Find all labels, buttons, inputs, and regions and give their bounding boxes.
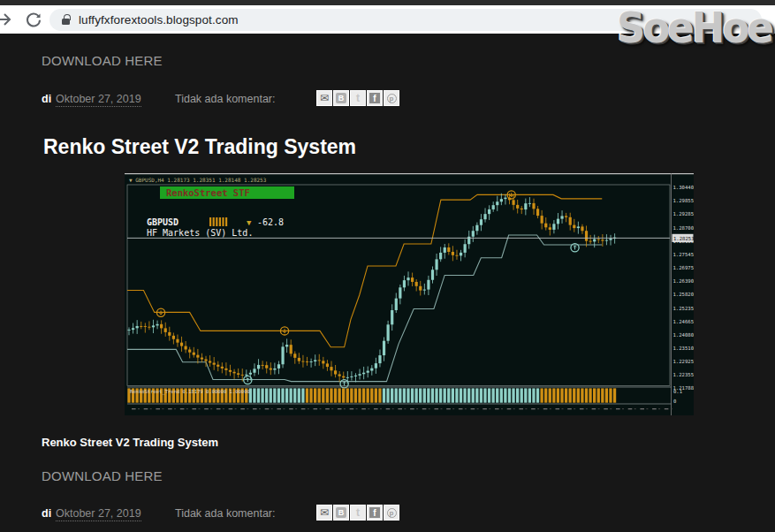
symbol-label: GBPUSD xyxy=(147,217,179,227)
facebook-icon[interactable]: f xyxy=(367,90,383,106)
down-arrow-icon: ▼ xyxy=(247,218,252,227)
post-meta-top: di Oktober 27, 2019 Tidak ada komentar: … xyxy=(42,90,740,108)
pinterest-icon[interactable]: p xyxy=(384,90,399,106)
svg-text:1.25235: 1.25235 xyxy=(673,306,695,311)
mt4-title-bar: ▼ GBPUSD,H4 1.28173 1.28351 1.28148 1.28… xyxy=(129,177,267,183)
comments-link[interactable]: Tidak ada komentar: xyxy=(175,93,275,105)
svg-text:1.24080: 1.24080 xyxy=(673,332,695,338)
svg-text:1.27545: 1.27545 xyxy=(673,252,695,257)
pinterest-icon[interactable]: p xyxy=(384,505,399,521)
spread-value: -62.8 xyxy=(257,217,284,227)
svg-text:1.28700: 1.28700 xyxy=(673,225,695,231)
svg-text:1.22355: 1.22355 xyxy=(673,372,695,377)
svg-text:1.28253: 1.28253 xyxy=(673,236,694,241)
svg-text:0: 0 xyxy=(673,399,676,404)
svg-text:1.26390: 1.26390 xyxy=(673,278,695,284)
email-icon[interactable]: ✉ xyxy=(316,90,332,106)
download-link-top[interactable]: DOWNLOAD HERE xyxy=(42,53,163,68)
comments-link[interactable]: Tidak ada komentar: xyxy=(175,507,275,520)
share-buttons: ✉Btfp xyxy=(316,505,400,521)
byline-prefix: di xyxy=(42,93,51,105)
spread-bars-icon xyxy=(222,217,224,226)
post-date-link[interactable]: Oktober 27, 2019 xyxy=(56,507,141,521)
svg-text:0.1: 0.1 xyxy=(673,389,682,394)
broker-label: HF Markets (SV) Ltd. xyxy=(147,228,253,238)
post-meta-bottom: di Oktober 27, 2019 Tidak ada komentar: … xyxy=(42,505,740,522)
svg-text:1.30440: 1.30440 xyxy=(673,185,695,190)
svg-text:1.25820: 1.25820 xyxy=(673,292,695,297)
mt4-chart: ▼ GBPUSD,H4 1.28173 1.28351 1.28148 1.28… xyxy=(125,173,694,415)
spread-bars-icon xyxy=(216,217,217,226)
renkostreet-stf-label: RenkoStreet STF xyxy=(166,187,250,198)
download-link-bottom[interactable]: DOWNLOAD HERE xyxy=(42,468,163,483)
spread-bars-icon xyxy=(213,217,215,226)
twitter-icon[interactable]: t xyxy=(350,505,366,521)
blogthis-icon[interactable]: B xyxy=(333,505,349,521)
spread-bars-icon xyxy=(225,217,227,226)
forward-arrow-icon[interactable] xyxy=(0,9,14,30)
svg-text:1.23510: 1.23510 xyxy=(673,346,695,351)
post-title: Renko Street V2 Trading System xyxy=(43,135,356,159)
soehoe-watermark-logo: SoeHoe xyxy=(613,0,775,57)
svg-text:1.22925: 1.22925 xyxy=(673,359,695,364)
url-text[interactable]: luffyfxforextools.blogspot.com xyxy=(79,13,239,27)
byline-prefix: di xyxy=(42,507,51,520)
svg-text:1.29855: 1.29855 xyxy=(673,198,695,203)
spread-bars-icon xyxy=(219,217,221,226)
svg-text:1.24665: 1.24665 xyxy=(673,319,695,324)
image-caption: Renko Street V2 Trading System xyxy=(42,436,218,449)
share-buttons: ✉Btfp xyxy=(316,90,400,106)
trend-indicator-label: RenkoStreet_Trend 0.18179 0.00000 1.0000… xyxy=(130,389,250,395)
post-date-link[interactable]: Oktober 27, 2019 xyxy=(56,93,141,107)
refresh-icon[interactable] xyxy=(23,9,44,30)
svg-text:1.29285: 1.29285 xyxy=(673,211,695,217)
chart-image[interactable]: ▼ GBPUSD,H4 1.28173 1.28351 1.28148 1.28… xyxy=(125,173,694,415)
lock-icon xyxy=(62,19,70,25)
email-icon[interactable]: ✉ xyxy=(316,505,332,521)
svg-text:1.26975: 1.26975 xyxy=(673,265,695,270)
facebook-icon[interactable]: f xyxy=(367,505,383,521)
blogthis-icon[interactable]: B xyxy=(333,90,349,106)
spread-bars-icon xyxy=(209,217,211,226)
twitter-icon[interactable]: t xyxy=(350,90,366,106)
